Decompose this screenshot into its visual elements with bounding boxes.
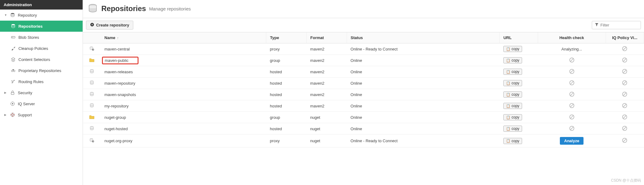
- cell-url: 📋copy: [500, 43, 538, 55]
- cell-status: Online - Ready to Connect: [347, 135, 499, 147]
- sidebar-item-label: Repositories: [18, 24, 43, 29]
- table-row[interactable]: nuget.org-proxyproxynugetOnline - Ready …: [83, 135, 644, 147]
- cell-iq: [606, 112, 644, 123]
- cell-url: 📋copy: [500, 55, 538, 66]
- main-content: Repositories Manage repositories Create …: [83, 0, 644, 185]
- cell-url: 📋copy: [500, 112, 538, 123]
- life-icon: [10, 112, 15, 117]
- sidebar-item-routing-rules[interactable]: Routing Rules: [0, 76, 83, 87]
- cell-name: nuget-group: [101, 112, 266, 123]
- copy-url-button[interactable]: 📋copy: [503, 57, 522, 63]
- forbidden-icon: [569, 92, 574, 97]
- cell-name: my-repository: [101, 100, 266, 112]
- table-row[interactable]: nuget-hostedhostednugetOnline📋copy: [83, 123, 644, 135]
- table-row[interactable]: maven-snapshotshostedmaven2Online📋copy: [83, 89, 644, 100]
- sidebar-item-support[interactable]: ▶Support: [0, 109, 83, 120]
- copy-url-button[interactable]: 📋copy: [503, 69, 522, 75]
- cell-type: hosted: [266, 89, 306, 100]
- filter-box[interactable]: [592, 21, 641, 29]
- sidebar-item-proprietary-repositories[interactable]: Proprietary Repositories: [0, 65, 83, 76]
- toolbar: Create repository: [83, 18, 644, 32]
- sidebar-item-security[interactable]: ▶Security: [0, 87, 83, 98]
- table-row[interactable]: maven-centralproxymaven2Online - Ready t…: [83, 43, 644, 55]
- sidebar-item-content-selectors[interactable]: Content Selectors: [0, 54, 83, 65]
- analyze-button[interactable]: Analyze: [560, 137, 584, 145]
- tree-toggle-icon: ▶: [4, 91, 9, 94]
- cell-type: hosted: [266, 66, 306, 78]
- cell-status: Online - Ready to Connect: [347, 43, 499, 55]
- col-format[interactable]: Format: [306, 32, 347, 43]
- create-label: Create repository: [96, 23, 129, 27]
- sidebar-item-iq-server[interactable]: IQ Server: [0, 98, 83, 109]
- cell-status: Online: [347, 89, 499, 100]
- svg-point-9: [12, 103, 13, 104]
- col-iq[interactable]: IQ Policy Vi...: [606, 32, 644, 43]
- col-status[interactable]: Status: [347, 32, 499, 43]
- clipboard-icon: 📋: [506, 70, 510, 74]
- sidebar-item-label: Proprietary Repositories: [18, 68, 61, 73]
- copy-url-button[interactable]: 📋copy: [503, 80, 522, 86]
- forbidden-icon: [622, 138, 627, 143]
- sidebar-item-label: Security: [18, 90, 32, 95]
- col-health[interactable]: Health check: [538, 32, 606, 43]
- table-row[interactable]: nuget-groupgroupnugetOnline📋copy: [83, 112, 644, 123]
- create-repository-button[interactable]: Create repository: [86, 21, 133, 30]
- cell-status: Online: [347, 112, 499, 123]
- forbidden-icon: [569, 58, 574, 62]
- svg-point-4: [13, 37, 14, 38]
- table-row[interactable]: maven-repositoryhostedmaven2Online📋copy: [83, 78, 644, 89]
- clipboard-icon: 📋: [506, 115, 510, 119]
- sidebar-item-label: Content Selectors: [18, 57, 50, 62]
- repo-type-icon: [83, 100, 101, 112]
- copy-url-button[interactable]: 📋copy: [503, 126, 522, 132]
- filter-input[interactable]: [600, 23, 638, 27]
- clipboard-icon: 📋: [506, 93, 510, 97]
- col-icon[interactable]: [83, 32, 101, 43]
- copy-url-button[interactable]: 📋copy: [503, 103, 522, 109]
- lock-icon: [10, 90, 15, 95]
- copy-url-button[interactable]: 📋copy: [503, 138, 522, 144]
- col-name[interactable]: Name ↑: [101, 32, 266, 43]
- table-row[interactable]: my-repositoryhostedmaven2Online📋copy: [83, 100, 644, 112]
- sidebar-item-repository[interactable]: ▼Repository: [0, 10, 83, 21]
- database-icon: [87, 3, 98, 14]
- forbidden-icon: [569, 103, 574, 108]
- clipboard-icon: 📋: [506, 104, 510, 108]
- cell-type: proxy: [266, 43, 306, 55]
- sidebar-item-label: IQ Server: [18, 102, 35, 106]
- cell-name: maven-snapshots: [101, 89, 266, 100]
- sidebar-header: Administration: [0, 0, 83, 10]
- copy-url-button[interactable]: 📋copy: [503, 91, 522, 98]
- sidebar-item-cleanup-policies[interactable]: Cleanup Policies: [0, 43, 83, 54]
- clipboard-icon: 📋: [506, 58, 510, 62]
- copy-url-button[interactable]: 📋copy: [503, 114, 522, 120]
- sidebar-item-label: Blob Stores: [18, 35, 39, 40]
- col-url[interactable]: URL: [500, 32, 538, 43]
- layers-icon: [10, 57, 16, 62]
- forbidden-icon: [622, 115, 627, 119]
- table-row[interactable]: maven-releaseshostedmaven2Online📋copy: [83, 66, 644, 78]
- brush-icon: [10, 46, 16, 51]
- cell-status: Online: [347, 55, 499, 66]
- copy-url-button[interactable]: 📋copy: [503, 46, 522, 52]
- sort-asc-icon: ↑: [117, 36, 119, 40]
- cell-format: nuget: [306, 123, 347, 135]
- sidebar-item-repositories[interactable]: Repositories: [0, 21, 83, 32]
- col-type[interactable]: Type: [266, 32, 306, 43]
- page-title: Repositories: [101, 4, 146, 13]
- cell-format: maven2: [306, 78, 347, 89]
- cell-health: [538, 78, 606, 89]
- table-row[interactable]: maven-publicgroupmaven2Online📋copy: [83, 55, 644, 66]
- repo-type-icon: [83, 135, 101, 147]
- forbidden-icon: [622, 103, 627, 108]
- cell-status: Online: [347, 78, 499, 89]
- repo-type-icon: [83, 55, 101, 66]
- cell-type: hosted: [266, 123, 306, 135]
- cell-status: Online: [347, 66, 499, 78]
- cell-name: maven-releases: [101, 66, 266, 78]
- sidebar-item-blob-stores[interactable]: Blob Stores: [0, 32, 83, 43]
- funnel-icon: [595, 22, 599, 28]
- svg-point-0: [11, 13, 14, 14]
- db-icon: [10, 24, 16, 29]
- cell-health: [538, 112, 606, 123]
